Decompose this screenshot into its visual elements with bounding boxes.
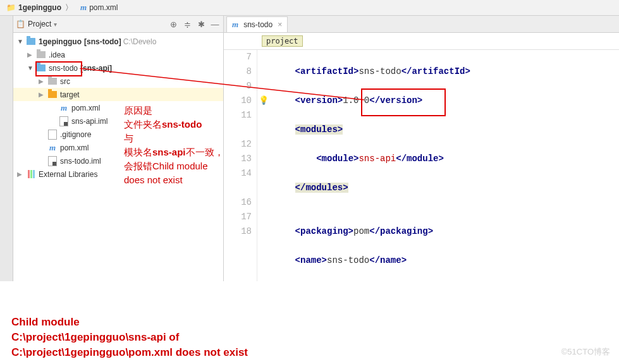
left-toolwindow-rail[interactable] — [0, 16, 13, 281]
project-toolbar: 📋 Project ▾ ⊕ ≑ ✱ — — [13, 16, 223, 33]
gutter-marks: 💡 — [257, 50, 269, 281]
code-text[interactable]: <artifactId>sns-todo</artifactId> <versi… — [269, 50, 577, 281]
maven-icon: m — [80, 3, 87, 13]
crumb-root[interactable]: 📁1gepingguo — [4, 1, 78, 15]
annotation-text: 原因是 文件夹名sns-todo 与 模块名sns-api不一致， 会报错Chi… — [124, 104, 224, 187]
hide-icon[interactable]: — — [209, 18, 221, 30]
folder-icon: 📁 — [6, 3, 16, 12]
code-area[interactable]: 7891011121314161718 💡 <artifactId>sns-to… — [224, 50, 619, 281]
tree-src[interactable]: ▶src — [13, 75, 223, 88]
crumb-file[interactable]: mpom.xml — [78, 1, 126, 15]
collapse-icon[interactable]: ≑ — [181, 18, 193, 30]
tree-target[interactable]: ▶target — [13, 88, 223, 101]
editor-tabs: msns-todo× — [224, 16, 619, 33]
tree-idea[interactable]: ▶.idea — [13, 48, 223, 61]
breadcrumb: 📁1gepingguo mpom.xml — [0, 0, 619, 16]
settings-icon[interactable]: ✱ — [195, 18, 207, 30]
locate-icon[interactable]: ⊕ — [168, 18, 179, 30]
close-tab-icon[interactable]: × — [278, 20, 282, 29]
crumb-tag[interactable]: project — [262, 35, 303, 47]
panel-title[interactable]: 📋 Project ▾ — [16, 20, 57, 28]
tree-root[interactable]: ▼1gepingguo[sns-todo]C:\Develo — [13, 35, 223, 48]
error-message: Child module C:\project\1gepingguo\sns-a… — [11, 315, 248, 360]
editor-area: msns-todo× project 7891011121314161718 💡… — [224, 16, 619, 281]
maven-icon: m — [232, 20, 238, 30]
line-gutter: 7891011121314161718 — [224, 50, 257, 281]
bulb-icon[interactable]: 💡 — [259, 94, 269, 108]
watermark: ©51CTO博客 — [561, 346, 610, 358]
editor-breadcrumb: project — [224, 33, 619, 50]
tab-sns-todo[interactable]: msns-todo× — [226, 16, 288, 32]
tree-sns-todo[interactable]: ▼sns-todo[sns-api] — [13, 61, 223, 75]
